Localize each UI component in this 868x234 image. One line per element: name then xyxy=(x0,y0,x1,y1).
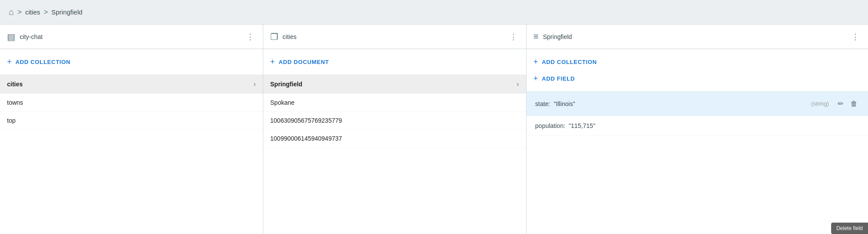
panel-database-actions: + ADD COLLECTION xyxy=(0,49,263,75)
panel-database-menu[interactable]: ⋮ xyxy=(244,30,256,43)
field-key-state: state: xyxy=(535,100,550,107)
field-type-state: (string) xyxy=(811,100,829,107)
panel-collection-actions: + ADD DOCUMENT xyxy=(263,49,526,75)
plus-icon-4: + xyxy=(534,74,538,82)
document-icon: ≡ xyxy=(534,32,539,42)
edit-field-state-button[interactable]: ✏ xyxy=(836,98,845,110)
list-item-springfield[interactable]: Springfield › xyxy=(263,75,526,94)
panel-document-actions: + ADD COLLECTION + ADD FIELD xyxy=(527,49,868,92)
list-item-doc2[interactable]: 100990006145940949737 xyxy=(263,130,526,148)
breadcrumb-sep-1: > xyxy=(18,8,22,16)
panel-document-title: Springfield xyxy=(543,33,845,40)
list-item-doc1-label: 100630905675769235779 xyxy=(270,117,519,124)
breadcrumb-springfield[interactable]: Springfield xyxy=(51,8,82,16)
home-icon[interactable]: ⌂ xyxy=(9,7,14,17)
panel-collection-list: Springfield › Spokane 100630905675769235… xyxy=(263,75,526,234)
list-item-cities[interactable]: cities › xyxy=(0,75,263,94)
panel-collection-title: cities xyxy=(283,33,503,40)
list-item-top-label: top xyxy=(7,117,256,124)
panel-database: ▤ city-chat ⋮ + ADD COLLECTION cities › … xyxy=(0,25,263,234)
panel-database-header: ▤ city-chat ⋮ xyxy=(0,25,263,49)
list-item-spokane-label: Spokane xyxy=(270,99,519,106)
panel-database-list: cities › towns top xyxy=(0,75,263,234)
panel-database-title: city-chat xyxy=(20,33,240,40)
list-item-cities-label: cities xyxy=(7,81,253,88)
plus-icon-2: + xyxy=(270,58,275,66)
plus-icon-3: + xyxy=(534,58,538,66)
breadcrumb-cities[interactable]: cities xyxy=(25,8,40,16)
field-row-population: population: "115,715" xyxy=(527,116,868,136)
field-key-population: population: xyxy=(535,122,566,129)
collection-icon: ❐ xyxy=(270,32,278,42)
panel-document-fields: state: "Illinois" (string) ✏ 🗑 populatio… xyxy=(527,92,868,234)
panel-collection: ❐ cities ⋮ + ADD DOCUMENT Springfield › … xyxy=(263,25,527,234)
field-value-state: "Illinois" xyxy=(554,100,808,107)
add-document-button[interactable]: + ADD DOCUMENT xyxy=(270,53,519,70)
delete-tooltip: Delete field xyxy=(831,223,868,234)
add-collection-button-2[interactable]: + ADD COLLECTION xyxy=(534,53,861,70)
field-row-state: state: "Illinois" (string) ✏ 🗑 xyxy=(527,92,868,116)
list-item-top[interactable]: top xyxy=(0,112,263,130)
breadcrumb-sep-2: > xyxy=(44,8,48,16)
list-item-springfield-label: Springfield xyxy=(270,81,516,88)
plus-icon-1: + xyxy=(7,58,12,66)
add-field-button[interactable]: + ADD FIELD xyxy=(534,70,861,87)
panel-document: ≡ Springfield ⋮ + ADD COLLECTION + ADD F… xyxy=(527,25,868,234)
list-item-doc1[interactable]: 100630905675769235779 xyxy=(263,112,526,130)
delete-field-state-button[interactable]: 🗑 xyxy=(849,98,859,110)
panel-document-header: ≡ Springfield ⋮ xyxy=(527,25,868,49)
breadcrumb: ⌂ > cities > Springfield xyxy=(0,0,868,25)
panel-collection-header: ❐ cities ⋮ xyxy=(263,25,526,49)
database-icon: ▤ xyxy=(7,32,15,42)
list-item-towns[interactable]: towns xyxy=(0,94,263,112)
panel-collection-menu[interactable]: ⋮ xyxy=(508,30,519,43)
list-item-towns-label: towns xyxy=(7,99,256,106)
list-item-spokane[interactable]: Spokane xyxy=(263,94,526,112)
field-value-population: "115,715" xyxy=(569,122,859,129)
add-collection-button-1[interactable]: + ADD COLLECTION xyxy=(7,53,256,70)
panel-document-menu[interactable]: ⋮ xyxy=(850,30,861,43)
arrow-icon-cities: › xyxy=(253,80,255,88)
arrow-icon-springfield: › xyxy=(516,80,519,88)
list-item-doc2-label: 100990006145940949737 xyxy=(270,135,519,142)
main-area: ▤ city-chat ⋮ + ADD COLLECTION cities › … xyxy=(0,25,868,234)
